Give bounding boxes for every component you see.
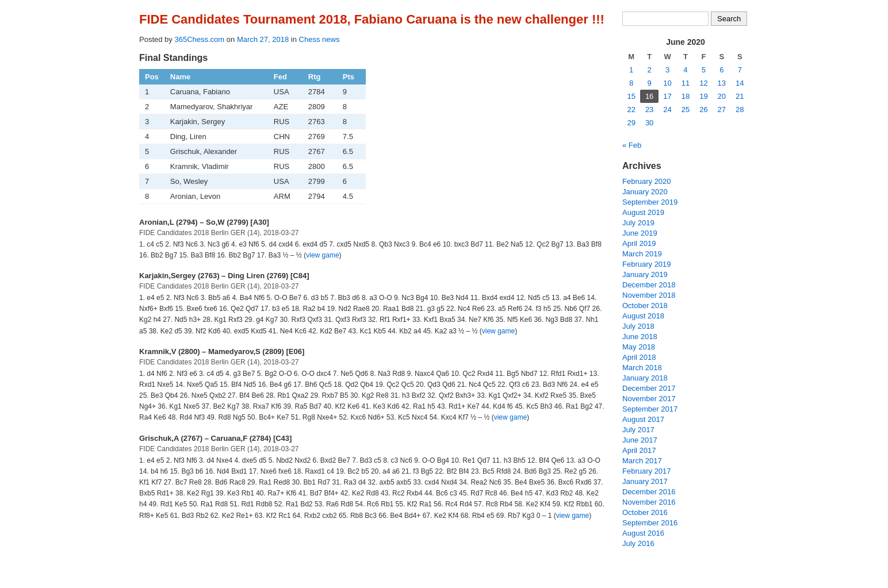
site-link[interactable]: 365Chess.com — [174, 35, 224, 44]
archive-link[interactable]: June 2017 — [622, 436, 657, 444]
cell-pos: 6 — [139, 159, 164, 174]
calendar-day[interactable]: 3 — [659, 63, 676, 76]
archive-link[interactable]: February 2019 — [622, 260, 671, 268]
list-item: November 2018 — [622, 291, 749, 299]
cell-rtg: 2794 — [303, 189, 337, 203]
calendar-day[interactable]: 24 — [659, 103, 676, 116]
calendar-day[interactable]: 21 — [731, 90, 749, 103]
calendar-day[interactable]: 22 — [622, 103, 640, 116]
archive-link[interactable]: July 2017 — [622, 425, 654, 434]
search-input[interactable] — [622, 11, 709, 26]
archive-link[interactable]: September 2019 — [622, 198, 678, 206]
list-item: February 2020 — [622, 177, 749, 186]
archive-link[interactable]: February 2020 — [622, 177, 671, 186]
list-item: September 2019 — [622, 198, 749, 206]
calendar-day[interactable]: 29 — [622, 116, 640, 129]
cell-pos: 4 — [139, 129, 164, 144]
date-link[interactable]: March 27, 2018 — [237, 35, 289, 44]
calendar-day[interactable]: 23 — [640, 103, 658, 116]
calendar-prev-link[interactable]: « Feb — [622, 141, 641, 149]
cell-rtg: 2784 — [303, 84, 337, 99]
table-row: 7So, WesleyUSA27996 — [139, 174, 366, 189]
list-item: April 2018 — [622, 353, 749, 362]
game-moves: 1. d4 Nf6 2. Nf3 e6 3. c4 d5 4. g3 Be7 5… — [139, 368, 605, 424]
calendar-day[interactable]: 7 — [731, 63, 749, 76]
calendar-day[interactable]: 9 — [640, 76, 658, 90]
archive-link[interactable]: February 2017 — [622, 467, 671, 475]
archive-link[interactable]: August 2017 — [622, 415, 664, 424]
archive-link[interactable]: March 2018 — [622, 363, 662, 372]
list-item: February 2017 — [622, 467, 749, 475]
calendar-day[interactable]: 8 — [622, 76, 640, 90]
archive-link[interactable]: October 2016 — [622, 508, 668, 517]
archive-link[interactable]: January 2020 — [622, 187, 668, 196]
calendar-day[interactable]: 2 — [640, 63, 658, 76]
calendar-day[interactable]: 17 — [659, 90, 676, 103]
calendar-day[interactable]: 15 — [622, 90, 640, 103]
calendar-day[interactable]: 11 — [676, 76, 694, 90]
view-game-link[interactable]: view game — [482, 327, 515, 335]
archive-link[interactable]: September 2017 — [622, 405, 678, 413]
cell-fed: CHN — [268, 129, 303, 144]
search-button[interactable]: Search — [711, 11, 747, 26]
archive-link[interactable]: January 2019 — [622, 270, 668, 279]
archive-link[interactable]: September 2016 — [622, 518, 678, 527]
calendar-day[interactable]: 6 — [713, 63, 730, 76]
cell-name: Ding, Liren — [164, 129, 268, 144]
archive-link[interactable]: March 2017 — [622, 456, 662, 465]
archive-link[interactable]: April 2017 — [622, 446, 656, 455]
calendar-day[interactable]: 25 — [676, 103, 694, 116]
archive-link[interactable]: July 2018 — [622, 322, 654, 330]
archive-link[interactable]: November 2016 — [622, 498, 676, 506]
calendar-nav: « Feb — [622, 141, 749, 149]
post-title: FIDE Candidates Tournament 2018, Fabiano… — [139, 11, 605, 28]
archive-link[interactable]: November 2018 — [622, 291, 676, 299]
cell-name: Aronian, Levon — [164, 189, 268, 203]
calendar-day[interactable]: 10 — [659, 76, 676, 90]
calendar-header: S — [713, 50, 730, 63]
calendar-day[interactable]: 13 — [713, 76, 730, 90]
archive-link[interactable]: June 2019 — [622, 229, 657, 237]
calendar-day — [695, 116, 713, 129]
list-item: August 2019 — [622, 208, 749, 217]
category-link[interactable]: Chess news — [299, 35, 340, 44]
archive-link[interactable]: December 2017 — [622, 384, 676, 393]
archive-link[interactable]: April 2018 — [622, 353, 656, 362]
calendar-day[interactable]: 26 — [695, 103, 713, 116]
archive-link[interactable]: March 2019 — [622, 249, 662, 258]
game-heading: Karjakin,Sergey (2763) – Ding Liren (276… — [139, 271, 605, 280]
calendar-day[interactable]: 4 — [676, 63, 694, 76]
calendar-day[interactable]: 12 — [695, 76, 713, 90]
archive-link[interactable]: October 2018 — [622, 301, 668, 310]
calendar-day[interactable]: 5 — [695, 63, 713, 76]
archive-link[interactable]: November 2017 — [622, 394, 676, 403]
archive-link[interactable]: January 2017 — [622, 477, 668, 486]
archive-link[interactable]: August 2018 — [622, 312, 664, 320]
calendar-day[interactable]: 27 — [713, 103, 730, 116]
list-item: January 2020 — [622, 187, 749, 196]
archive-link[interactable]: January 2018 — [622, 374, 668, 382]
calendar-day[interactable]: 20 — [713, 90, 730, 103]
archive-link[interactable]: August 2019 — [622, 208, 664, 217]
view-game-link[interactable]: view game — [306, 251, 339, 259]
calendar-day[interactable]: 14 — [731, 76, 749, 90]
calendar-day[interactable]: 30 — [640, 116, 658, 129]
calendar-day[interactable]: 18 — [676, 90, 694, 103]
archive-link[interactable]: December 2016 — [622, 487, 676, 496]
archive-link[interactable]: December 2018 — [622, 280, 676, 289]
calendar-day[interactable]: 19 — [695, 90, 713, 103]
archive-link[interactable]: May 2018 — [622, 343, 655, 351]
calendar-day[interactable]: 1 — [622, 63, 640, 76]
calendar-day[interactable]: 28 — [731, 103, 749, 116]
archive-link[interactable]: July 2016 — [622, 539, 654, 548]
archive-link[interactable]: June 2018 — [622, 332, 657, 341]
cell-rtg: 2809 — [303, 99, 337, 114]
archive-link[interactable]: July 2019 — [622, 218, 654, 227]
list-item: October 2018 — [622, 301, 749, 310]
archive-link[interactable]: August 2016 — [622, 529, 664, 537]
view-game-link[interactable]: view game — [556, 512, 589, 520]
cell-pos: 5 — [139, 144, 164, 159]
view-game-link[interactable]: view game — [494, 413, 527, 421]
list-item: April 2019 — [622, 239, 749, 248]
archive-link[interactable]: April 2019 — [622, 239, 656, 248]
